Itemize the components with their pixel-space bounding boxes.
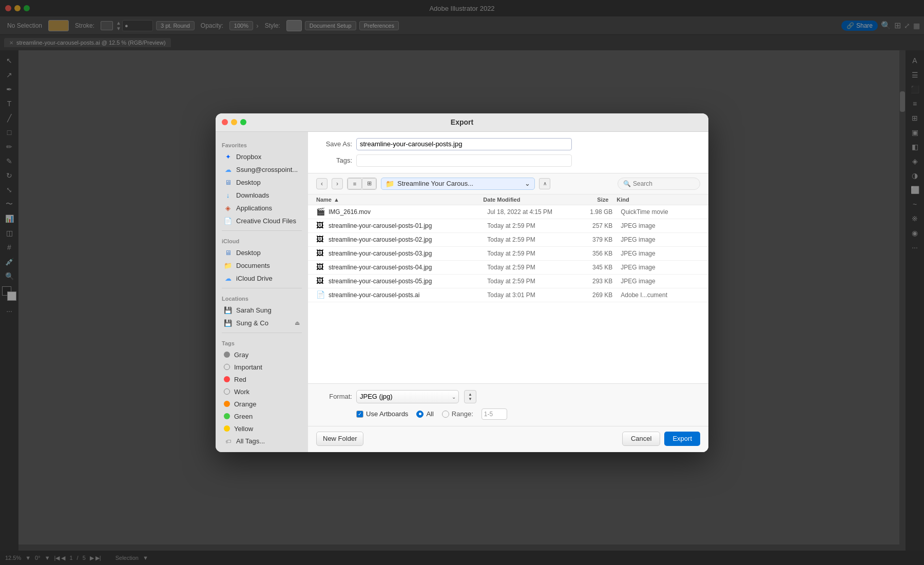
icloud-desktop-icon: 🖥: [224, 249, 232, 257]
sidebar-item-sarah[interactable]: 💾 Sarah Sung: [218, 304, 306, 317]
new-folder-button[interactable]: New Folder: [316, 432, 363, 446]
all-radio-btn[interactable]: [416, 411, 424, 418]
use-artboards-label: Use Artboards: [366, 410, 408, 418]
dialog-traffic-lights: [222, 119, 246, 125]
sidebar-item-applications[interactable]: ◈ Applications: [218, 202, 306, 215]
table-row[interactable]: 🎬 IMG_2616.mov Jul 18, 2022 at 4:15 PM 1…: [308, 205, 708, 219]
export-button[interactable]: Export: [664, 432, 700, 446]
file-size-3: 356 KB: [580, 250, 621, 257]
back-button[interactable]: ‹: [316, 178, 328, 189]
file-icon-2: 🖼: [316, 235, 325, 244]
format-select-wrapper[interactable]: JPEG (jpg) PNG (png) SVG (svg) PDF (pdf)…: [356, 390, 459, 403]
sidebar-ssung-label: Ssung@crosspoint...: [236, 166, 298, 173]
table-row[interactable]: 🖼 streamline-your-carousel-posts-02.jpg …: [308, 233, 708, 247]
search-box[interactable]: 🔍: [618, 178, 700, 190]
sidebar-tag-orange[interactable]: Orange: [218, 398, 306, 410]
sidebar-tag-yellow[interactable]: Yellow: [218, 423, 306, 435]
save-as-input[interactable]: [356, 138, 572, 150]
file-date-0: Jul 18, 2022 at 4:15 PM: [487, 208, 580, 216]
sidebar-icloud-desktop-label: Desktop: [236, 249, 261, 257]
file-date-4: Today at 2:59 PM: [487, 264, 580, 271]
tag-important-dot: [224, 364, 230, 370]
cancel-button[interactable]: Cancel: [622, 432, 660, 446]
table-row[interactable]: 📄 streamline-your-carousel-posts.ai Toda…: [308, 288, 708, 302]
col-name[interactable]: Name ▲: [316, 197, 483, 203]
tag-red-label: Red: [234, 376, 246, 383]
tags-input[interactable]: [356, 154, 572, 167]
tag-orange-dot: [224, 401, 230, 407]
sidebar-item-documents[interactable]: 📁 Documents: [218, 260, 306, 272]
artboards-row: ✓ Use Artboards All Range:: [356, 408, 700, 420]
file-icon-1: 🖼: [316, 221, 325, 230]
sidebar-item-dropbox[interactable]: ✦ Dropbox: [218, 151, 306, 163]
sidebar-sung-label: Sung & Co: [236, 319, 268, 327]
file-name-2: streamline-your-carousel-posts-02.jpg: [329, 236, 487, 243]
sidebar-item-creative-cloud[interactable]: 📄 Creative Cloud Files: [218, 215, 306, 227]
up-dir-button[interactable]: ∧: [539, 178, 550, 189]
sidebar-item-ssung[interactable]: ☁ Ssung@crosspoint...: [218, 164, 306, 176]
sidebar-item-downloads[interactable]: ↓ Downloads: [218, 189, 306, 202]
sidebar-dropbox-label: Dropbox: [236, 153, 261, 161]
sidebar-tag-gray[interactable]: Gray: [218, 349, 306, 361]
sidebar-downloads-label: Downloads: [236, 191, 269, 199]
icloud-drive-icon: ☁: [224, 275, 232, 283]
col-size[interactable]: Size: [575, 197, 617, 203]
grid-view-btn[interactable]: ⊞: [362, 178, 376, 189]
range-input[interactable]: [482, 408, 507, 420]
icloud-small-icon: ☁: [224, 166, 232, 174]
forward-button[interactable]: ›: [332, 178, 343, 189]
table-row[interactable]: 🖼 streamline-your-carousel-posts-05.jpg …: [308, 275, 708, 288]
sidebar-tag-work[interactable]: Work: [218, 386, 306, 398]
sidebar-item-sung-co[interactable]: 💾 Sung & Co ⏏: [218, 317, 306, 329]
icloud-label: iCloud: [216, 234, 308, 246]
checkbox-check-icon: ✓: [358, 411, 362, 417]
format-label: Format:: [316, 393, 352, 400]
search-input[interactable]: [633, 180, 695, 187]
location-picker[interactable]: 📁 Streamline Your Carous... ⌄: [381, 178, 535, 190]
sidebar-divider-1: [222, 230, 302, 231]
sidebar-item-icloud-drive[interactable]: ☁ iCloud Drive: [218, 272, 306, 285]
all-radio[interactable]: All: [416, 410, 433, 418]
sidebar-tag-important[interactable]: Important: [218, 361, 306, 373]
sidebar-tag-green[interactable]: Green: [218, 411, 306, 422]
table-row[interactable]: 🖼 streamline-your-carousel-posts-04.jpg …: [308, 261, 708, 275]
list-view-btn[interactable]: ≡: [348, 178, 362, 189]
format-select[interactable]: JPEG (jpg) PNG (png) SVG (svg) PDF (pdf): [356, 390, 459, 403]
use-artboards-checkbox[interactable]: ✓ Use Artboards: [356, 410, 408, 418]
table-row[interactable]: 🖼 streamline-your-carousel-posts-01.jpg …: [308, 219, 708, 233]
col-kind[interactable]: Kind: [617, 197, 700, 203]
dialog-close[interactable]: [222, 119, 228, 125]
dialog-minimize[interactable]: [231, 119, 237, 125]
sidebar-item-icloud-desktop[interactable]: 🖥 Desktop: [218, 247, 306, 259]
eject-icon[interactable]: ⏏: [295, 320, 300, 326]
dialog-zoom[interactable]: [240, 119, 246, 125]
action-buttons: Cancel Export: [622, 432, 700, 446]
file-icon-3: 🖼: [316, 249, 325, 258]
file-icon-6: 📄: [316, 290, 325, 300]
sidebar-divider-2: [222, 288, 302, 288]
file-size-1: 257 KB: [580, 222, 621, 229]
col-date[interactable]: Date Modified: [483, 197, 575, 203]
file-name-6: streamline-your-carousel-posts.ai: [329, 291, 487, 299]
format-stepper[interactable]: ▲ ▼: [464, 390, 476, 403]
sidebar-item-desktop[interactable]: 🖥 Desktop: [218, 177, 306, 189]
format-down-icon: ▼: [468, 397, 472, 401]
location-chevron: ⌄: [525, 180, 530, 187]
sidebar-icloud-drive-label: iCloud Drive: [236, 275, 273, 282]
file-kind-5: JPEG image: [621, 278, 700, 285]
desktop-icon: 🖥: [224, 179, 232, 187]
sidebar-tag-all[interactable]: 🏷 All Tags...: [218, 435, 306, 447]
file-icon-0: 🎬: [316, 207, 325, 217]
range-radio[interactable]: Range:: [442, 410, 473, 418]
tag-gray-label: Gray: [234, 351, 248, 359]
sidebar-applications-label: Applications: [236, 204, 272, 212]
applications-icon: ◈: [224, 204, 232, 212]
table-row[interactable]: 🖼 streamline-your-carousel-posts-03.jpg …: [308, 247, 708, 261]
tag-gray-dot: [224, 352, 230, 358]
range-radio-btn[interactable]: [442, 411, 449, 418]
tag-all-label: All Tags...: [236, 437, 265, 445]
sidebar-tag-red[interactable]: Red: [218, 374, 306, 385]
file-kind-1: JPEG image: [621, 222, 700, 229]
locations-label: Locations: [216, 291, 308, 304]
dialog-top-controls: Save As: Tags:: [308, 132, 708, 173]
